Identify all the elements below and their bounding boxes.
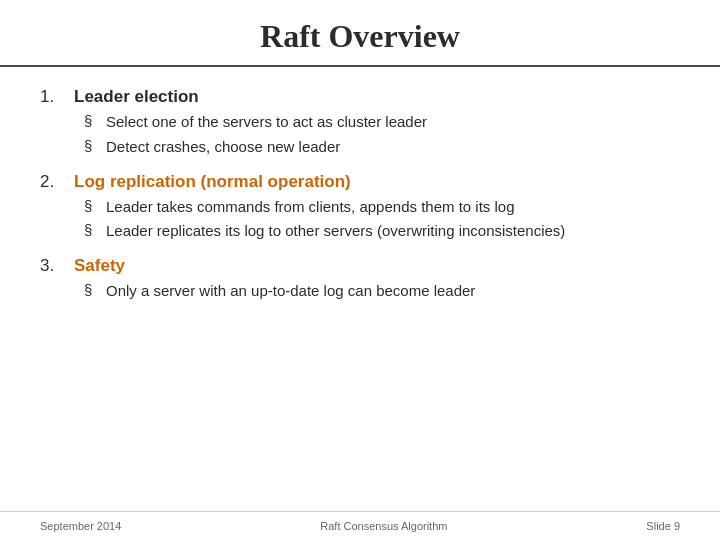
sub-items-1: §Select one of the servers to act as clu… [84,111,680,158]
slide-title: Raft Overview [40,18,680,55]
sub-item-text-1-2: Detect crashes, choose new leader [106,136,340,158]
sub-item-1-1: §Select one of the servers to act as clu… [84,111,680,133]
sub-item-2-1: §Leader takes commands from clients, app… [84,196,680,218]
sub-item-text-1-1: Select one of the servers to act as clus… [106,111,427,133]
slide-footer: September 2014 Raft Consensus Algorithm … [0,511,720,540]
bullet-icon: § [84,137,98,154]
main-item-2: 2.Log replication (normal operation)§Lea… [40,172,680,243]
main-item-3: 3.Safety§Only a server with an up-to-dat… [40,256,680,302]
slide-header: Raft Overview [0,0,720,67]
item-title-3: Safety [74,256,125,276]
bullet-icon: § [84,112,98,129]
item-number-2: 2. [40,172,64,192]
main-item-label-1: 1.Leader election [40,87,680,107]
bullet-icon: § [84,221,98,238]
item-title-2: Log replication (normal operation) [74,172,351,192]
sub-item-3-1: §Only a server with an up-to-date log ca… [84,280,680,302]
main-item-label-2: 2.Log replication (normal operation) [40,172,680,192]
slide: Raft Overview 1.Leader election§Select o… [0,0,720,540]
main-item-1: 1.Leader election§Select one of the serv… [40,87,680,158]
footer-left: September 2014 [40,520,121,532]
slide-content: 1.Leader election§Select one of the serv… [0,77,720,511]
sub-item-text-2-1: Leader takes commands from clients, appe… [106,196,515,218]
main-item-label-3: 3.Safety [40,256,680,276]
bullet-icon: § [84,197,98,214]
item-number-3: 3. [40,256,64,276]
item-number-1: 1. [40,87,64,107]
footer-right: Slide 9 [646,520,680,532]
item-title-1: Leader election [74,87,199,107]
footer-center: Raft Consensus Algorithm [320,520,447,532]
sub-item-text-2-2: Leader replicates its log to other serve… [106,220,565,242]
sub-item-2-2: §Leader replicates its log to other serv… [84,220,680,242]
sub-items-2: §Leader takes commands from clients, app… [84,196,680,243]
sub-items-3: §Only a server with an up-to-date log ca… [84,280,680,302]
sub-item-1-2: §Detect crashes, choose new leader [84,136,680,158]
bullet-icon: § [84,281,98,298]
sub-item-text-3-1: Only a server with an up-to-date log can… [106,280,475,302]
